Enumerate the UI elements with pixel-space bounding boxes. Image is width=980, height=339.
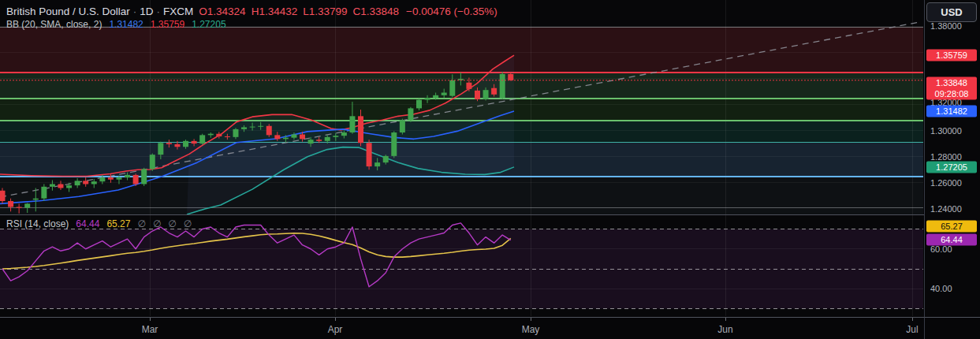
price-axis[interactable]: 1.380001.320001.300001.280001.260001.240… [924,0,980,317]
candle-body [491,88,497,95]
axis-price-label: 1.26000 [930,178,962,188]
price-zone [0,177,923,214]
candle-body [166,143,172,144]
candle-body [141,169,147,184]
currency-usd-button[interactable]: USD [926,2,977,22]
candle-body [400,120,405,132]
candle-body [341,132,347,136]
candle-body [216,134,222,136]
candle-body [483,90,489,99]
candle-body [333,136,338,137]
axis-month-label: May [522,324,540,335]
price-badge: 1.31482 [926,106,977,117]
candle-body [283,138,289,140]
candle-body [125,175,130,177]
bar-countdown: 09:28:08 [926,89,977,100]
chart-window: British Pound / U.S. Dollar·1D·FXCMO1.34… [0,0,980,339]
candle-body [374,162,380,166]
candle-body [192,141,197,143]
axis-price-label: 1.38000 [930,21,962,31]
candle-body [500,74,505,98]
axis-tick [531,318,531,321]
candle-body [508,74,513,80]
axis-tick [912,318,913,321]
axis-price-label: 40.00 [930,284,952,293]
candle-body [24,203,30,207]
price-badge: 1.35759 [926,50,977,61]
candle-body [225,136,230,137]
candle-body [183,141,188,147]
candle-body [50,184,55,186]
axis-corner [924,317,980,339]
candle-body [258,126,263,127]
main-pane[interactable] [0,0,923,214]
candle-body [475,91,480,99]
candle-body [58,184,63,188]
rsi-badge: 65.27 [926,221,977,233]
candle-body [174,144,180,147]
candle-body [266,126,272,136]
candle-body [199,135,205,143]
candle-body [425,98,430,99]
candle-body [0,191,6,201]
time-axis[interactable]: MarAprMayJunJul [0,317,980,339]
candle-body [33,199,39,200]
candle-body [316,140,322,141]
axis-month-label: Jul [906,324,918,335]
axis-price-label: 1.24000 [930,204,962,214]
candle-body [41,187,47,199]
candle-body [308,140,314,143]
axis-price-label: 1.30000 [930,126,962,136]
candle-body [17,207,22,207]
candle-body [208,134,214,136]
rsi-pane[interactable] [0,215,923,316]
candle-body [449,80,455,96]
candle-body [108,177,114,179]
candle-body [466,83,471,89]
candle-body [66,185,72,188]
candle-body [416,100,422,109]
axis-price-label: 1.28000 [930,152,962,162]
candle-body [274,135,280,139]
axis-price-label: 60.00 [930,244,952,254]
candle-body [349,116,355,132]
candle-body [91,181,97,184]
candle-body [116,177,121,179]
candle-body [367,143,372,166]
price-badge: 1.3384809:28:08 [926,77,977,100]
candle-body [8,201,13,207]
axis-tick [335,318,336,321]
candle-body [325,137,330,141]
candle-body [433,95,438,98]
candle-body [250,127,255,128]
candle-body [133,175,139,184]
candle-body [150,155,155,169]
rsi-badge: 64.44 [926,234,977,246]
candle-body [391,132,397,156]
candle-body [241,127,247,129]
axis-tick [150,318,151,321]
candle-body [408,108,413,120]
price-chart-canvas[interactable] [0,0,980,339]
candle-body [158,143,163,155]
candle-body [442,93,447,95]
axis-month-label: Apr [328,324,343,335]
candle-body [383,156,389,162]
candle-body [300,135,305,140]
candle-body [358,116,363,143]
candle-body [99,177,105,181]
axis-month-label: Jun [717,324,732,335]
price-badge: 1.27205 [926,162,977,173]
candle-body [291,135,296,138]
candle-body [83,181,88,184]
candle-body [75,181,80,185]
axis-tick [725,318,726,321]
axis-month-label: Mar [142,324,158,335]
price-zone [0,28,923,73]
candle-body [233,129,238,137]
